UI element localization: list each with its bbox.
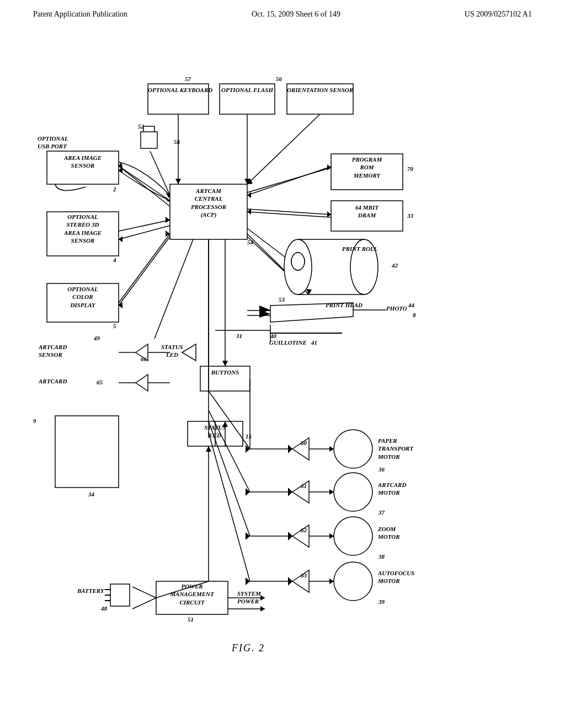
svg-line-23 (119, 237, 170, 306)
64mbit-dram-label: 64 MBITDRAM (331, 204, 403, 220)
label-31: 31 (236, 332, 242, 340)
program-rom-label: PROGRAMROMMEMORY (331, 156, 403, 179)
status-led-label: STATUSLED (161, 343, 183, 359)
artcard-motor-label: ARTCARDMOTOR (378, 481, 406, 497)
svg-marker-101 (329, 579, 334, 584)
diagram: 57 56 52 OPTIONAL KEYBOARD OPTIONAL FLAS… (0, 24, 565, 719)
label-9: 9 (33, 417, 36, 425)
svg-point-90 (334, 430, 372, 468)
svg-point-93 (334, 473, 372, 511)
color-display-label: OPTIONALCOLORDISPLAY (47, 285, 119, 309)
artcard-label: ARTCARD (39, 377, 67, 385)
svg-marker-47 (260, 595, 265, 601)
label-5: 5 (113, 322, 116, 330)
svg-point-96 (334, 517, 372, 555)
header: Patent Application Publication Oct. 15, … (0, 0, 565, 19)
label-33: 33 (407, 212, 413, 220)
artcard-sensor-label: ARTCARDSENSOR (39, 343, 94, 359)
label-53: 53 (279, 296, 285, 303)
svg-line-50 (132, 587, 156, 598)
optional-keyboard-label: OPTIONAL KEYBOARD (148, 86, 209, 94)
label-36: 36 (379, 465, 385, 473)
svg-line-31 (247, 212, 331, 217)
label-39: 39 (379, 598, 385, 606)
circuit-diagram (0, 24, 565, 719)
label-37: 37 (379, 508, 385, 516)
svg-marker-42 (306, 289, 312, 295)
label-2: 2 (113, 185, 116, 193)
zoom-motor-label: ZOOMMOTOR (378, 525, 400, 541)
svg-line-19 (119, 226, 170, 239)
label-60: 60 (301, 439, 307, 447)
system-power-label: SYSTEMPOWER (237, 590, 261, 606)
paper-transport-label: PAPERTRANSPORTMOTOR (378, 437, 413, 461)
guillotine-label: GUILLOTINE 41 (269, 339, 317, 346)
print-head-label: PRINT HEAD (326, 301, 386, 309)
svg-marker-114 (246, 488, 250, 496)
label-57: 57 (185, 75, 191, 83)
svg-line-29 (247, 209, 331, 215)
svg-marker-98 (329, 533, 334, 539)
svg-marker-76 (182, 344, 196, 361)
power-mgmt-label: POWERMANAGEMENTCIRCUIT (156, 582, 228, 606)
battery-label: BATTERY (77, 587, 104, 595)
svg-marker-86 (288, 532, 292, 540)
label-54: 54 (247, 238, 253, 246)
label-8: 8 (413, 311, 416, 319)
label-61: 61 (301, 482, 307, 490)
svg-marker-72 (136, 374, 148, 391)
optional-flash-label: OPTIONAL FLASH (220, 86, 275, 94)
label-44: 44 (408, 301, 414, 309)
svg-marker-22 (166, 231, 170, 237)
svg-line-15 (119, 166, 170, 206)
svg-point-99 (334, 562, 372, 601)
svg-marker-89 (288, 577, 292, 586)
label-58: 58 (174, 138, 180, 146)
photo-label: PHOTO (386, 304, 407, 312)
figure-title: FIG. 2 (232, 642, 265, 655)
svg-line-13 (119, 166, 170, 201)
svg-marker-20 (119, 236, 122, 242)
label-51: 51 (188, 615, 194, 623)
label-42: 42 (392, 261, 398, 269)
svg-marker-18 (166, 217, 170, 223)
acp-label: ARTCAMCENTRALPROCESSOR(ACP) (170, 187, 247, 218)
svg-marker-123 (222, 361, 228, 366)
svg-marker-79 (288, 445, 292, 453)
optional-usb-label: OPTIONALUSB PORT (38, 135, 98, 151)
optional-stereo-label: OPTIONALSTEREO 3DAREA IMAGESENSOR (47, 213, 119, 244)
svg-marker-95 (329, 489, 334, 495)
svg-line-45 (154, 239, 193, 339)
header-left: Patent Application Publication (33, 10, 127, 19)
svg-marker-30 (327, 211, 331, 217)
label-48: 48 (101, 604, 107, 612)
svg-marker-92 (329, 446, 334, 452)
svg-rect-106 (110, 584, 130, 606)
area-image-sensor-label: AREA IMAGESENSOR (47, 154, 119, 170)
label-4: 4 (113, 256, 116, 264)
buttons-label: BUTTONS (200, 368, 250, 376)
status-lcd-label: STATUSLCD (188, 424, 243, 440)
svg-marker-49 (260, 606, 265, 612)
label-52: 52 (138, 122, 144, 130)
label-56: 56 (276, 75, 282, 83)
svg-line-51 (132, 598, 156, 609)
label-34: 34 (88, 490, 94, 498)
orientation-sensor-label: ORIENTATION SENSOR (287, 86, 353, 94)
svg-line-25 (247, 168, 331, 192)
svg-rect-102 (141, 132, 157, 148)
label-49: 49 (94, 334, 100, 342)
svg-marker-34 (175, 179, 181, 184)
svg-marker-83 (288, 488, 292, 496)
label-65: 65 (97, 378, 103, 386)
label-63: 63 (301, 571, 307, 579)
header-right: US 2009/0257102 A1 (465, 10, 532, 19)
header-center: Oct. 15, 2009 Sheet 6 of 149 (252, 10, 340, 19)
svg-line-27 (247, 167, 331, 195)
autofocus-motor-label: AUTOFOCUSMOTOR (378, 569, 414, 585)
svg-line-117 (209, 432, 250, 581)
label-70: 70 (407, 165, 413, 173)
svg-line-21 (119, 234, 170, 303)
label-62: 62 (301, 526, 307, 534)
svg-rect-75 (55, 416, 119, 488)
